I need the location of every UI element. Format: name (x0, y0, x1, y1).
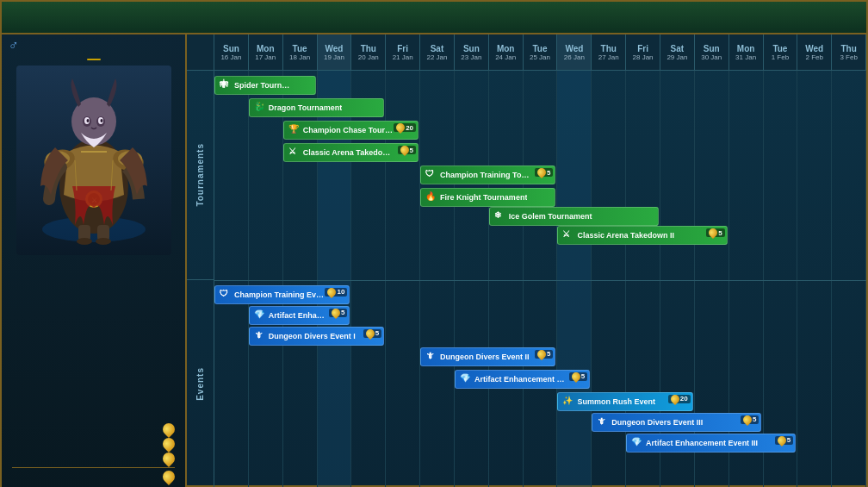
day-name-2: Tue (293, 44, 307, 53)
day-name-10: Wed (565, 44, 583, 53)
fragment-icon (394, 122, 406, 134)
svg-point-19 (96, 238, 111, 245)
svg-point-18 (77, 238, 92, 245)
event-bar[interactable]: 🗡Dungeon Divers Event I5 (249, 327, 384, 346)
event-bar[interactable]: 💎Artifact Enhancement Event I5 (249, 306, 350, 325)
badge-value: 20 (680, 395, 688, 403)
event-label: Artifact Enhancement Event I (269, 311, 326, 320)
fragment-icon (330, 306, 342, 318)
event-bar[interactable]: 💎Artifact Enhancement Event III5 (626, 434, 796, 453)
event-label: Classic Arena Takedown I (303, 148, 394, 157)
day-name-6: Sat (431, 44, 444, 53)
day-name-18: Thu (840, 44, 856, 53)
day-header-18: Thu3 Feb (832, 34, 866, 70)
event-bar[interactable]: ✨Summon Rush Event20 (557, 392, 692, 411)
day-date-2: 18 Jan (289, 53, 310, 61)
badge-value: 5 (547, 350, 550, 358)
event-badge: 5 (398, 146, 416, 154)
event-bar[interactable]: ❄Ice Golem Tournament (489, 207, 659, 226)
day-name-4: Thu (361, 44, 376, 53)
event-icon: ✨ (562, 396, 574, 408)
events-container: 🕷Spider Tournament🐉Dragon Tournament🏆Cha… (214, 71, 866, 487)
event-label: Dungeon Divers Event II (440, 353, 530, 361)
event-bar[interactable]: ⚔Classic Arena Takedown II5 (557, 226, 727, 245)
fragment-icon (536, 347, 548, 359)
svg-point-12 (100, 119, 102, 122)
event-bar[interactable]: 🕷Spider Tournament (214, 76, 316, 95)
event-icon: 🛡 (220, 289, 232, 301)
day-name-8: Mon (497, 44, 515, 53)
event-bar[interactable]: 🛡Champion Training Event10 (214, 285, 350, 304)
event-badge: 5 (363, 329, 381, 338)
day-header-16: Tue1 Feb (764, 34, 798, 70)
day-date-14: 30 Jan (701, 53, 722, 61)
day-name-14: Sun (704, 44, 720, 53)
day-date-8: 24 Jan (495, 53, 516, 61)
day-name-15: Mon (737, 44, 755, 53)
badge-value: 20 (406, 124, 413, 132)
day-name-16: Tue (772, 44, 787, 53)
event-icon: 🗡 (425, 351, 437, 363)
event-bar[interactable]: 🐉Dragon Tournament (249, 98, 384, 117)
event-icon: 💎 (460, 373, 472, 385)
character-image: ⚔ (16, 66, 171, 255)
gender-icon: ♂ (9, 38, 19, 53)
day-name-11: Thu (601, 44, 617, 53)
event-badge: 5 (569, 372, 587, 381)
event-total-row (12, 453, 175, 465)
event-icon: 🗡 (597, 416, 609, 428)
day-header-14: Sun30 Jan (695, 34, 729, 70)
event-label: Summon Rush Event (577, 397, 655, 406)
fragment-icon (364, 327, 376, 339)
fragment-icon (707, 227, 719, 239)
event-bar[interactable]: 🏆Champion Chase Tournament20 (283, 121, 418, 140)
fragment-icon-3 (160, 450, 177, 467)
day-name-9: Tue (532, 44, 547, 53)
event-label: Classic Arena Takedown II (577, 231, 674, 240)
event-bar[interactable]: 🗡Dungeon Divers Event II5 (420, 347, 555, 366)
event-label: Dragon Tournament (269, 103, 342, 112)
events-label-text: Events (195, 367, 205, 401)
day-date-18: 3 Feb (840, 53, 857, 61)
section-label-tournaments: Tournaments (187, 71, 214, 280)
fragment-icon (399, 144, 411, 156)
event-bar[interactable]: 🗡Dungeon Divers Event III5 (592, 413, 761, 432)
event-bar[interactable]: 🔥Fire Knight Tournament (420, 188, 555, 207)
fragment-icon-1 (160, 421, 177, 438)
event-badge: 5 (535, 350, 553, 359)
fragment-icon (570, 370, 582, 382)
day-date-3: 19 Jan (324, 53, 344, 61)
calendar-panel: Sun16 JanMon17 JanTue18 JanWed19 JanThu2… (187, 34, 866, 487)
grand-total-row (12, 467, 175, 483)
fragment-icon (776, 434, 788, 446)
badge-value: 5 (718, 229, 722, 237)
section-labels: TournamentsEvents (187, 71, 214, 487)
tournament-total-row (12, 423, 175, 435)
badge-value: 5 (581, 372, 585, 380)
day-date-11: 27 Jan (598, 53, 619, 61)
day-date-15: 31 Jan (735, 53, 756, 61)
event-bar[interactable]: 💎Artifact Enhancement Event II5 (455, 370, 590, 389)
event-icon: 🔥 (425, 191, 437, 203)
day-headers: Sun16 JanMon17 JanTue18 JanWed19 JanThu2… (187, 34, 866, 71)
day-header-15: Mon31 Jan (729, 34, 764, 70)
fragment-icon (536, 166, 548, 178)
event-bar[interactable]: 🛡Champion Training Tournament5 (420, 165, 555, 184)
day-header-12: Fri28 Jan (626, 34, 660, 70)
grid-area: 🕷Spider Tournament🐉Dragon Tournament🏆Cha… (214, 71, 866, 487)
event-label: Ice Golem Tournament (509, 212, 592, 221)
day-date-12: 28 Jan (633, 53, 654, 61)
tournaments-label-text: Tournaments (195, 143, 205, 207)
header (2, 2, 866, 34)
day-header-1: Mon17 Jan (249, 34, 283, 70)
day-date-10: 26 Jan (564, 53, 585, 61)
event-badge: 20 (394, 123, 416, 132)
leaderboard-total-row (12, 438, 175, 450)
event-icon: 💎 (254, 309, 266, 322)
badge-value: 5 (753, 415, 756, 423)
day-header-10: Wed26 Jan (557, 34, 592, 70)
day-date-5: 21 Jan (393, 53, 413, 61)
badge-value: 10 (337, 288, 344, 296)
event-icon: 💎 (631, 437, 643, 449)
event-bar[interactable]: ⚔Classic Arena Takedown I5 (283, 143, 418, 162)
